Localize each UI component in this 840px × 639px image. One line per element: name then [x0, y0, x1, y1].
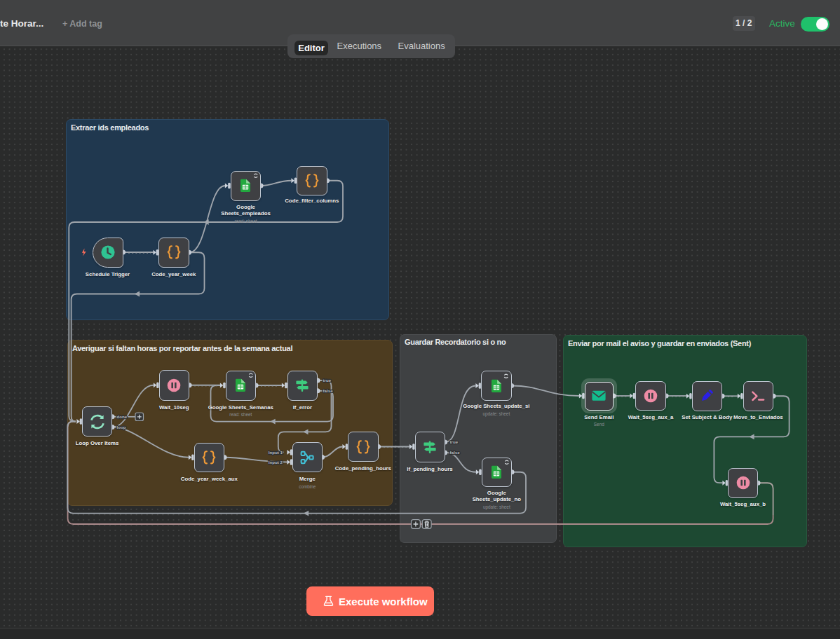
svg-text:loop: loop: [117, 425, 126, 430]
svg-text:true: true: [323, 378, 332, 383]
svg-text:done: done: [117, 414, 128, 419]
svg-text:false: false: [450, 450, 461, 455]
svg-text:Input 2: Input 2: [269, 460, 283, 465]
svg-text:true: true: [450, 439, 459, 444]
svg-text:false: false: [323, 388, 334, 393]
svg-text:Input 1: Input 1: [269, 450, 283, 455]
